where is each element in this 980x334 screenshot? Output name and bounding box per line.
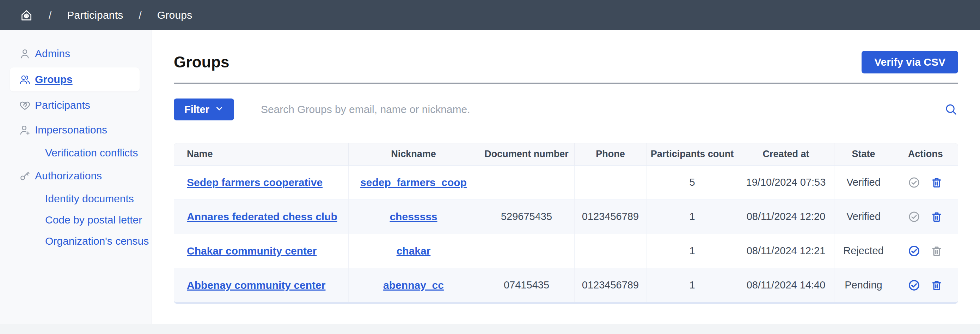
table-row: Annares federated chess clubchesssss5296… bbox=[174, 200, 958, 234]
verify-icon bbox=[908, 177, 920, 189]
verify-group-button bbox=[908, 177, 920, 189]
verify-via-csv-button[interactable]: Verify via CSV bbox=[862, 51, 958, 74]
sidebar-item-admins[interactable]: Admins bbox=[0, 41, 151, 66]
page-title: Groups bbox=[174, 53, 229, 71]
trash-icon bbox=[931, 211, 943, 223]
sidebar-item-label: Verification conflicts bbox=[45, 147, 138, 159]
name-cell: Chakar community center bbox=[174, 234, 348, 268]
name-cell: Sedep farmers cooperative bbox=[174, 165, 348, 200]
row-actions bbox=[893, 200, 958, 234]
user-icon bbox=[19, 48, 31, 60]
breadcrumb-participants[interactable]: Participants bbox=[67, 9, 123, 21]
sidebar-item-label: Organization's census bbox=[45, 235, 149, 247]
sidebar-item-organization-s-census[interactable]: Organization's census bbox=[0, 230, 151, 252]
document-number-cell: 07415435 bbox=[479, 268, 574, 302]
verify-group-button[interactable] bbox=[908, 279, 920, 291]
group-icon bbox=[19, 74, 31, 85]
table-row: Sedep farmers cooperativesedep_farmers_c… bbox=[174, 165, 958, 200]
participants-count-cell: 1 bbox=[646, 200, 738, 234]
page-header: Groups Verify via CSV bbox=[174, 51, 958, 74]
column-header-nickname: Nickname bbox=[348, 143, 479, 165]
phone-cell bbox=[574, 165, 646, 200]
sidebar-item-participants[interactable]: Participants bbox=[0, 93, 151, 118]
delete-group-button[interactable] bbox=[931, 279, 943, 291]
heart-icon bbox=[19, 99, 31, 111]
column-header-phone: Phone bbox=[574, 143, 646, 165]
search-icon bbox=[944, 102, 958, 117]
groups-table: NameNicknameDocument numberPhoneParticip… bbox=[174, 143, 958, 304]
table-row: Chakar community centerchakar108/11/2024… bbox=[174, 234, 958, 268]
home-gear-icon[interactable] bbox=[20, 8, 33, 22]
group-nickname-link[interactable]: chesssss bbox=[390, 211, 437, 222]
created-at-cell: 19/10/2024 07:53 bbox=[738, 165, 834, 200]
phone-cell bbox=[574, 234, 646, 268]
main-content: Groups Verify via CSV Filter bbox=[152, 30, 980, 324]
breadcrumb-separator: / bbox=[49, 9, 51, 21]
verify-group-button bbox=[908, 211, 920, 223]
sidebar-item-impersonations[interactable]: Impersonations bbox=[0, 118, 151, 142]
row-actions bbox=[893, 234, 958, 268]
phone-cell: 0123456789 bbox=[574, 200, 646, 234]
sidebar-item-label: Authorizations bbox=[35, 170, 102, 182]
trash-icon bbox=[931, 279, 943, 291]
phone-cell: 0123456789 bbox=[574, 268, 646, 302]
sidebar-item-label: Groups bbox=[35, 74, 73, 85]
sidebar-item-label: Participants bbox=[35, 99, 90, 111]
created-at-cell: 08/11/2024 14:40 bbox=[738, 268, 834, 302]
filter-button-label: Filter bbox=[185, 104, 209, 115]
document-number-cell bbox=[479, 234, 574, 268]
search-button[interactable] bbox=[944, 102, 958, 117]
filter-button[interactable]: Filter bbox=[174, 99, 234, 120]
sidebar: AdminsGroupsParticipantsImpersonationsVe… bbox=[0, 30, 152, 324]
breadcrumb-separator: / bbox=[138, 9, 142, 21]
sidebar-item-label: Impersonations bbox=[35, 124, 107, 136]
group-name-link[interactable]: Annares federated chess club bbox=[187, 211, 337, 222]
delete-group-button[interactable] bbox=[931, 211, 943, 223]
verify-icon bbox=[908, 279, 920, 291]
sidebar-item-authorizations[interactable]: Authorizations bbox=[0, 163, 151, 188]
created-at-cell: 08/11/2024 12:21 bbox=[738, 234, 834, 268]
state-cell: Verified bbox=[834, 200, 893, 234]
row-actions bbox=[893, 268, 958, 302]
document-number-cell bbox=[479, 165, 574, 200]
user-add-icon bbox=[19, 124, 31, 136]
name-cell: Annares federated chess club bbox=[174, 200, 348, 234]
participants-count-cell: 5 bbox=[646, 165, 738, 200]
verify-icon bbox=[908, 245, 920, 257]
toolbar: Filter bbox=[174, 99, 958, 120]
state-cell: Rejected bbox=[834, 234, 893, 268]
group-nickname-link[interactable]: chakar bbox=[396, 245, 431, 257]
sidebar-item-groups[interactable]: Groups bbox=[10, 67, 140, 91]
state-cell: Pending bbox=[834, 268, 893, 302]
group-nickname-link[interactable]: sedep_farmers_coop bbox=[360, 177, 467, 188]
column-header-document-number: Document number bbox=[479, 143, 574, 165]
sidebar-nav: AdminsGroupsParticipantsImpersonationsVe… bbox=[0, 41, 151, 252]
group-nickname-link[interactable]: abennay_cc bbox=[383, 279, 444, 291]
group-name-link[interactable]: Sedep farmers cooperative bbox=[187, 177, 323, 188]
verify-icon bbox=[908, 211, 920, 223]
delete-group-button[interactable] bbox=[931, 177, 943, 189]
participants-count-cell: 1 bbox=[646, 234, 738, 268]
table-header-row: NameNicknameDocument numberPhoneParticip… bbox=[174, 143, 958, 165]
sidebar-item-label: Code by postal letter bbox=[45, 214, 142, 226]
group-name-link[interactable]: Chakar community center bbox=[187, 245, 317, 257]
participants-count-cell: 1 bbox=[646, 268, 738, 302]
sidebar-item-identity-documents[interactable]: Identity documents bbox=[0, 188, 151, 209]
actions-cell bbox=[893, 234, 958, 268]
group-name-link[interactable]: Abbenay community center bbox=[187, 279, 325, 291]
row-actions bbox=[893, 166, 958, 200]
column-header-actions: Actions bbox=[893, 143, 958, 165]
search-input[interactable] bbox=[261, 104, 939, 115]
verify-group-button[interactable] bbox=[908, 245, 920, 257]
sidebar-item-code-by-postal-letter[interactable]: Code by postal letter bbox=[0, 209, 151, 230]
trash-icon bbox=[931, 177, 943, 189]
table-row: Abbenay community centerabennay_cc074154… bbox=[174, 268, 958, 302]
sidebar-item-label: Admins bbox=[35, 48, 70, 60]
created-at-cell: 08/11/2024 12:20 bbox=[738, 200, 834, 234]
sidebar-item-label: Identity documents bbox=[45, 193, 134, 205]
sidebar-item-verification-conflicts[interactable]: Verification conflicts bbox=[0, 142, 151, 163]
key-icon bbox=[19, 170, 31, 182]
nickname-cell: chesssss bbox=[348, 200, 479, 234]
chevron-down-icon bbox=[215, 104, 223, 115]
breadcrumb-groups[interactable]: Groups bbox=[157, 9, 192, 21]
